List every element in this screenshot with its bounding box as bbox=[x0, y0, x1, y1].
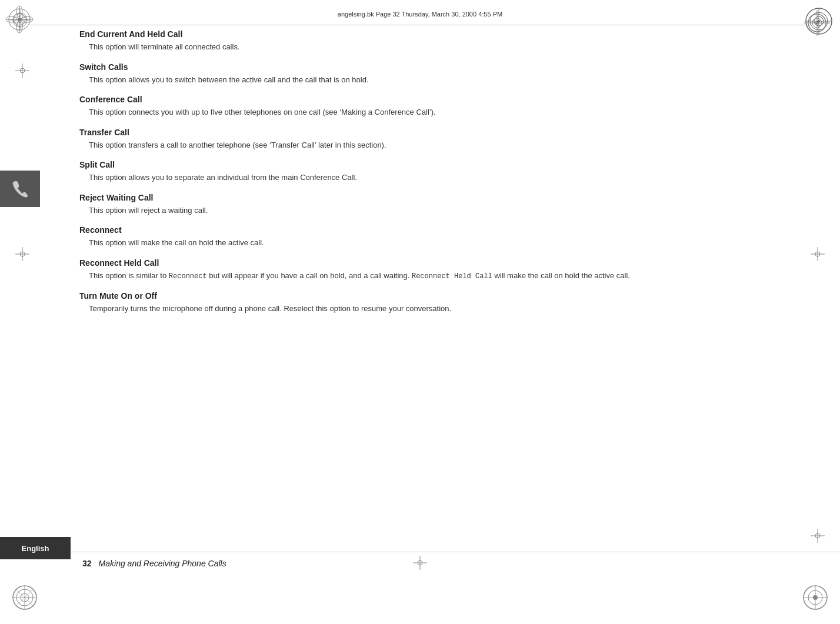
section-body-reject-waiting-call: This option will reject a waiting call. bbox=[79, 205, 781, 216]
section-title-end-current-held-call: End Current And Held Call bbox=[79, 29, 781, 39]
svg-point-50 bbox=[18, 18, 21, 21]
bottom-center-crosshair bbox=[413, 556, 427, 570]
code-reconnect: Reconnect bbox=[169, 272, 207, 281]
left-crosshair-bottom bbox=[15, 247, 29, 261]
section-end-current-held-call: End Current And Held Call This option wi… bbox=[79, 29, 781, 53]
section-split-call: Split Call This option allows you to sep… bbox=[79, 160, 781, 183]
section-body-switch-calls: This option allows you to switch between… bbox=[79, 74, 781, 86]
section-reject-waiting-call: Reject Waiting Call This option will rej… bbox=[79, 193, 781, 216]
section-reconnect-held-call: Reconnect Held Call This option is simil… bbox=[79, 258, 781, 282]
bottom-left-ornament bbox=[11, 583, 39, 613]
section-body-end-current-held-call: This option will terminate all connected… bbox=[79, 41, 781, 53]
section-conference-call: Conference Call This option connects you… bbox=[79, 95, 781, 118]
section-body-turn-mute: Temporarily turns the microphone off dur… bbox=[79, 303, 781, 315]
file-info-text: angelsing.bk Page 32 Thursday, March 30,… bbox=[333, 11, 507, 18]
section-switch-calls: Switch Calls This option allows you to s… bbox=[79, 62, 781, 86]
section-title-turn-mute: Turn Mute On or Off bbox=[79, 291, 781, 301]
top-left-ornament bbox=[5, 5, 34, 36]
section-title-conference-call: Conference Call bbox=[79, 95, 781, 104]
top-rule bbox=[29, 25, 811, 25]
section-body-reconnect: This option will make the call on hold t… bbox=[79, 237, 781, 249]
top-info-bar: angelsing.bk Page 32 Thursday, March 30,… bbox=[0, 11, 840, 18]
footer-bar: 32 Making and Receiving Phone Calls bbox=[71, 552, 840, 574]
section-body-conference-call: This option connects you with up to five… bbox=[79, 106, 781, 118]
section-title-reconnect: Reconnect bbox=[79, 225, 781, 235]
bottom-right-ornament bbox=[801, 583, 829, 613]
right-crosshair-bottom bbox=[811, 529, 825, 543]
english-label: English bbox=[22, 544, 49, 553]
page-title-footer: Making and Receiving Phone Calls bbox=[99, 559, 226, 568]
page-number: 32 bbox=[82, 559, 92, 568]
section-body-reconnect-held-call: This option is similar to Reconnect but … bbox=[79, 270, 781, 282]
english-side-tab: English bbox=[0, 537, 71, 559]
section-reconnect: Reconnect This option will make the call… bbox=[79, 225, 781, 249]
section-title-switch-calls: Switch Calls bbox=[79, 62, 781, 72]
right-crosshair-top bbox=[811, 247, 825, 261]
top-right-ornament bbox=[804, 6, 834, 38]
left-crosshair-top bbox=[15, 64, 29, 78]
section-turn-mute: Turn Mute On or Off Temporarily turns th… bbox=[79, 291, 781, 315]
section-title-transfer-call: Transfer Call bbox=[79, 128, 781, 137]
phone-icon-tab bbox=[0, 171, 40, 207]
code-reconnect-held-call: Reconnect Held Call bbox=[412, 272, 492, 281]
section-title-reject-waiting-call: Reject Waiting Call bbox=[79, 193, 781, 202]
main-content: End Current And Held Call This option wi… bbox=[79, 29, 781, 548]
section-body-split-call: This option allows you to separate an in… bbox=[79, 172, 781, 183]
section-transfer-call: Transfer Call This option transfers a ca… bbox=[79, 128, 781, 151]
section-title-split-call: Split Call bbox=[79, 160, 781, 169]
section-body-transfer-call: This option transfers a call to another … bbox=[79, 139, 781, 151]
section-title-reconnect-held-call: Reconnect Held Call bbox=[79, 258, 781, 268]
